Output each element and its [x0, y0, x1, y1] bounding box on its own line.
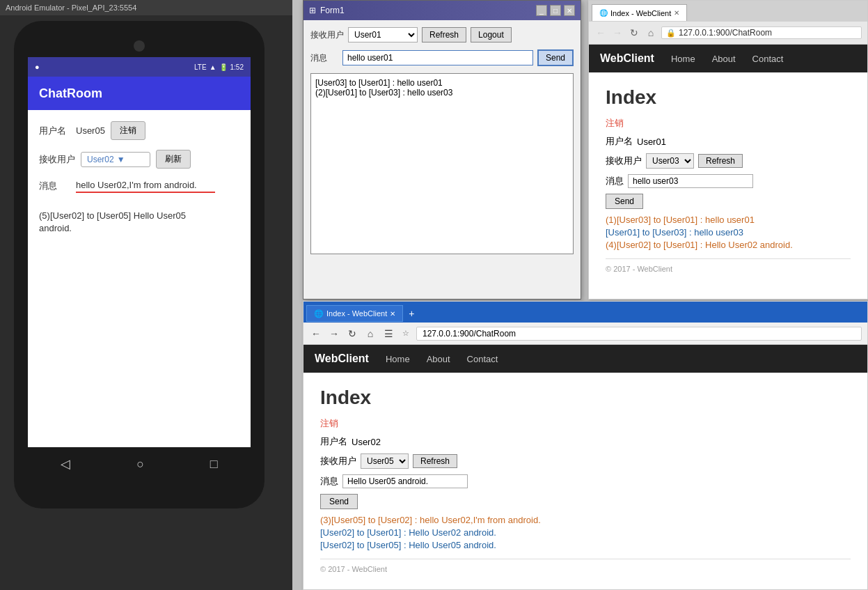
browser-address-bar-top: ← → ↻ ⌂ 🔒 127.0.0.1:900/ChatRoom [589, 22, 867, 44]
back-nav-top[interactable]: ← [594, 27, 607, 38]
browser-content-bottom: WebClient Home About Contact Index 注销 用户… [303, 345, 867, 587]
tab-close-top[interactable]: ✕ [674, 9, 679, 17]
message-input-top[interactable] [628, 174, 753, 188]
receiver-row-top: 接收用户 User03 User01 User02 Refresh [606, 153, 851, 169]
reload-nav-top[interactable]: ↻ [628, 27, 640, 38]
reload-nav-bottom[interactable]: ↻ [345, 328, 359, 339]
refresh-btn-bottom[interactable]: Refresh [413, 454, 457, 468]
home-nav-bottom[interactable]: ⌂ [363, 328, 377, 339]
footer-top: © 2017 - WebClient [606, 258, 851, 273]
send-row-top: Send [606, 194, 851, 209]
browser-chrome-bottom: 🌐 Index - WebClient ✕ + ← → ↻ ⌂ ☰ ☆ [303, 302, 867, 345]
chat-log-bottom: (3)[User05] to [User02] : hello User02,I… [320, 515, 851, 550]
logout-row-bottom: 注销 [320, 417, 851, 430]
lock-icon: 🔒 [666, 29, 676, 38]
browser-chrome-top: 🌐 Index - WebClient ✕ ← → ↻ ⌂ 🔒 127.0.0.… [589, 1, 867, 45]
webclient-nav-bottom: WebClient Home About Contact [303, 345, 867, 373]
nav-home-top[interactable]: Home [671, 54, 695, 64]
nav-contact-bottom[interactable]: Contact [467, 354, 498, 364]
chat-log-top: (1)[User03] to [User01] : hello user01 [… [606, 215, 851, 250]
form1-title: Form1 [320, 6, 345, 15]
chat-msg-3-top: (4)[User02] to [User01] : Hello User02 a… [606, 240, 851, 250]
logout-link-bottom[interactable]: 注销 [320, 417, 338, 430]
form1-icon: ⊞ [309, 6, 316, 15]
receiver-row-bottom: 接收用户 User05 User01 User02 Refresh [320, 453, 851, 469]
form1-logout-button[interactable]: Logout [471, 27, 512, 42]
username-value: User05 [76, 125, 105, 136]
chat-msg-1-bottom: (3)[User05] to [User02] : hello User02,I… [320, 515, 851, 525]
chat-messages: (5)[User02] to [User05] Hello User05andr… [39, 203, 239, 244]
home-nav-top[interactable]: ⌂ [645, 27, 657, 38]
nav-contact-top[interactable]: Contact [752, 54, 784, 64]
form1-title-bar: ⊞ Form1 _ □ ✕ [303, 1, 581, 20]
logout-link-top[interactable]: 注销 [606, 117, 624, 130]
webclient-brand-bottom: WebClient [315, 352, 369, 365]
back-button[interactable]: ◁ [61, 456, 70, 472]
browser-tabs-top: 🌐 Index - WebClient ✕ [589, 1, 867, 22]
battery-icon: 🔋 [219, 63, 228, 71]
wifi-icon: ▲ [210, 63, 216, 71]
back-nav-bottom[interactable]: ← [309, 328, 323, 339]
footer-bottom: © 2017 - WebClient [320, 559, 851, 573]
android-toolbar: ChatRoom [28, 77, 251, 110]
reader-nav-bottom[interactable]: ☰ [381, 328, 395, 339]
form1-message-input[interactable] [342, 50, 533, 65]
chat-msg-1-top: (1)[User03] to [User01] : hello user01 [606, 215, 851, 225]
refresh-button[interactable]: 刷新 [156, 150, 191, 169]
username-row-top: 用户名 User01 [606, 135, 851, 148]
receiver-label-top: 接收用户 [606, 155, 642, 167]
webclient-page-top: Index 注销 用户名 User01 接收用户 User03 User01 U… [589, 72, 867, 287]
browser-content-top: WebClient Home About Contact Index 注销 用户… [589, 45, 867, 287]
form1-send-button[interactable]: Send [537, 49, 574, 66]
receiver-select-bottom[interactable]: User05 User01 User02 [361, 453, 409, 469]
username-label-top: 用户名 [606, 135, 633, 148]
browser-tab-bar-bottom: 🌐 Index - WebClient ✕ + [303, 302, 867, 323]
form1-chat-log[interactable]: [User03] to [User01] : hello user01 (2)[… [310, 73, 574, 254]
form1-receiver-label: 接收用户 [310, 29, 344, 41]
tab-icon-top: 🌐 [599, 9, 608, 17]
form1-receiver-row: 接收用户 User01 User02 User03 Refresh Logout [310, 27, 574, 42]
username-label-bottom: 用户名 [320, 435, 347, 448]
nav-about-bottom[interactable]: About [427, 354, 450, 364]
home-button[interactable]: ○ [136, 457, 144, 472]
refresh-btn-top[interactable]: Refresh [698, 154, 743, 168]
forward-nav-bottom[interactable]: → [327, 328, 341, 339]
tab-title-bottom: Index - WebClient [326, 309, 387, 318]
tab-close-bottom[interactable]: ✕ [390, 310, 395, 318]
form1-receiver-select[interactable]: User01 User02 User03 [348, 27, 418, 42]
app-title: ChatRoom [39, 86, 102, 101]
browser-tab-bottom[interactable]: 🌐 Index - WebClient ✕ [306, 305, 403, 322]
status-app-dot: ● [35, 63, 40, 71]
username-label: 用户名 [39, 125, 70, 137]
send-row-bottom: Send [320, 494, 851, 509]
browser-address-bottom: ← → ↻ ⌂ ☰ ☆ [303, 323, 867, 345]
logout-button[interactable]: 注销 [111, 121, 145, 140]
nav-about-top[interactable]: About [712, 54, 736, 64]
send-btn-top[interactable]: Send [606, 194, 643, 209]
close-button[interactable]: ✕ [564, 5, 575, 16]
message-input-bottom[interactable] [342, 474, 468, 488]
nav-home-bottom[interactable]: Home [386, 354, 410, 364]
android-status-bar: ● LTE ▲ 🔋 1:52 [28, 57, 251, 77]
android-nav-bar: ◁ ○ □ [28, 447, 251, 481]
receiver-select-top[interactable]: User03 User01 User02 [646, 153, 694, 169]
url-bar-bottom[interactable] [416, 327, 862, 341]
receiver-dropdown[interactable]: User02 ▼ [81, 152, 150, 167]
android-emulator: Android Emulator - Pixel_API_23:5554 ● L… [0, 0, 292, 590]
add-tab-button[interactable]: + [404, 308, 418, 319]
minimize-button[interactable]: _ [536, 5, 547, 16]
page-title-bottom: Index [320, 387, 851, 409]
window-controls: _ □ ✕ [536, 5, 575, 16]
forward-nav-top[interactable]: → [611, 27, 624, 38]
message-input[interactable] [76, 178, 215, 193]
tab-title-top: Index - WebClient [610, 9, 671, 17]
send-btn-bottom[interactable]: Send [320, 494, 358, 509]
browser-tab-top[interactable]: 🌐 Index - WebClient ✕ [592, 4, 687, 21]
recents-button[interactable]: □ [210, 457, 218, 472]
username-row: 用户名 User05 注销 [39, 121, 239, 140]
form1-refresh-button[interactable]: Refresh [422, 27, 466, 42]
username-value-top: User01 [637, 137, 666, 147]
chat-msg-3-bottom: [User02] to [User05] : Hello User05 andr… [320, 540, 851, 550]
message-row-top: 消息 [606, 174, 851, 188]
maximize-button[interactable]: □ [550, 5, 561, 16]
